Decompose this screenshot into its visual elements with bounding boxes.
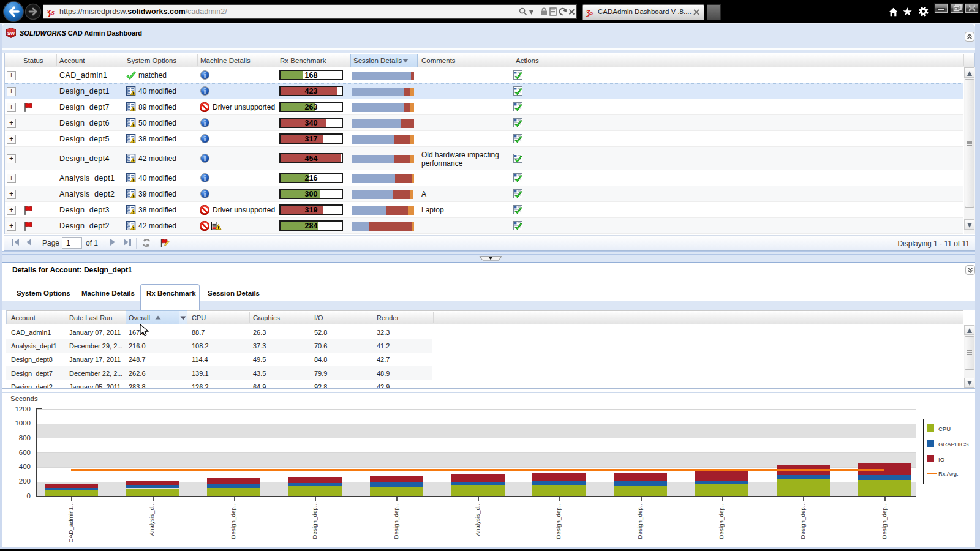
svg-text:SW: SW [7, 31, 15, 36]
